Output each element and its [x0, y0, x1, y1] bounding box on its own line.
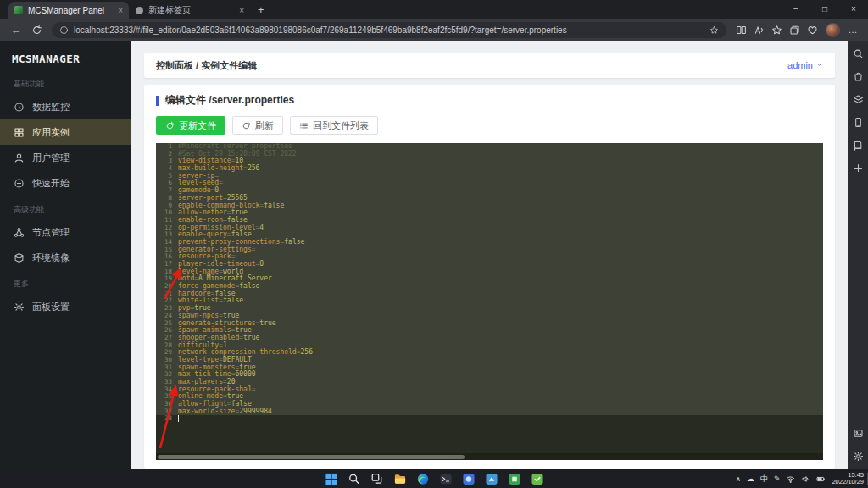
editor-line[interactable]: 2#Sat Oct 29 15:28:09 CST 2022	[156, 151, 823, 158]
editor-line[interactable]: 30level-type=DEFAULT	[156, 357, 823, 364]
sidebar-item[interactable]: 用户管理	[0, 145, 131, 170]
editor-line[interactable]: 5server-ip=	[156, 173, 823, 180]
tab-close-icon[interactable]: ×	[118, 6, 123, 15]
close-icon[interactable]: ×	[839, 0, 868, 19]
image-icon[interactable]	[853, 428, 864, 439]
read-aloud-icon[interactable]	[750, 20, 768, 39]
editor-line[interactable]: 38	[156, 415, 823, 423]
editor-line[interactable]: 21hardcore=false	[156, 291, 823, 298]
user-menu[interactable]: admin	[787, 60, 823, 70]
volume-icon[interactable]	[801, 474, 810, 484]
editor-line[interactable]: 4max-build-height=256	[156, 165, 823, 173]
editor-line[interactable]: 14prevent-proxy-connections=false	[156, 239, 823, 247]
tab-close-icon[interactable]: ×	[239, 6, 244, 15]
profile-avatar[interactable]	[826, 23, 840, 37]
editor-line[interactable]: 29network-compression-threshold=256	[156, 349, 823, 357]
book-icon[interactable]	[853, 140, 864, 151]
line-number: 5	[156, 173, 178, 180]
editor-line[interactable]: 15generator-settings=	[156, 247, 823, 254]
update-file-button[interactable]: 更新文件	[156, 116, 225, 135]
clock-icon	[14, 102, 25, 113]
split-screen-icon[interactable]	[732, 20, 750, 39]
plus-icon[interactable]	[853, 163, 864, 174]
info-icon	[59, 25, 69, 35]
browser-tab[interactable]: MCSManager Panel×	[8, 2, 129, 19]
search-icon[interactable]	[853, 48, 864, 59]
tray-chevron-icon[interactable]: ∧	[736, 475, 741, 483]
taskbar-app-lime-icon[interactable]	[531, 472, 544, 485]
editor-toolbar: 更新文件 刷新 回到文件列表	[156, 116, 823, 135]
editor-line[interactable]: 6level-seed=	[156, 180, 823, 187]
collections-icon[interactable]	[786, 20, 804, 39]
editor-line[interactable]: 32max-tick-time=60000	[156, 371, 823, 379]
taskbar-edge-icon[interactable]	[416, 472, 430, 485]
reload-button[interactable]	[27, 20, 46, 39]
edge-sidebar-bottom	[853, 428, 864, 462]
back-button[interactable]: ←	[7, 20, 25, 39]
site-info-icon[interactable]	[59, 25, 69, 35]
taskbar-app-blue-icon[interactable]	[462, 472, 476, 485]
editor-line[interactable]: 17player-idle-timeout=0	[156, 261, 823, 269]
bookmark-star-icon[interactable]	[709, 25, 719, 35]
maximize-icon[interactable]: □	[810, 0, 839, 19]
sidebar-item[interactable]: 数据监控	[0, 94, 131, 119]
shopping-icon[interactable]	[853, 71, 864, 82]
tab-title: MCSManager Panel	[28, 6, 113, 15]
browser-tab[interactable]: 新建标签页×	[130, 2, 250, 19]
editor-line[interactable]: 7gamemode=0	[156, 187, 823, 195]
taskbar-start-icon[interactable]	[325, 472, 338, 485]
scrollbar-thumb[interactable]	[158, 455, 465, 459]
favorites-icon[interactable]	[768, 20, 786, 39]
ime-indicator[interactable]: 中	[760, 474, 768, 485]
heart-icon[interactable]	[804, 20, 821, 39]
horizontal-scrollbar[interactable]	[156, 453, 823, 460]
minimize-icon[interactable]: −	[782, 0, 810, 19]
layers-icon[interactable]	[853, 94, 864, 105]
taskbar-terminal-icon[interactable]	[439, 472, 453, 485]
line-number: 6	[156, 180, 178, 187]
refresh-button[interactable]: 刷新	[232, 116, 283, 135]
gear-icon[interactable]	[853, 451, 864, 462]
taskbar-search-icon[interactable]	[348, 472, 361, 485]
new-tab-button[interactable]: +	[258, 3, 264, 16]
editor-line[interactable]: 10allow-nether=true	[156, 209, 823, 217]
address-bar[interactable]: localhost:23333/#/file_editor/0ae2d503a6…	[52, 22, 726, 38]
editor-line[interactable]: 25generate-structures=true	[156, 320, 823, 328]
editor-line[interactable]: 34resource-pack-sha1=	[156, 386, 823, 394]
edge-sidebar	[848, 41, 868, 469]
editor-line[interactable]: 23pvp=true	[156, 305, 823, 313]
browser-tab-strip: MCSManager Panel×新建标签页× + − □ ×	[0, 0, 868, 19]
sidebar-item[interactable]: 应用实例	[0, 119, 131, 145]
line-content	[178, 415, 179, 423]
back-to-file-list-button[interactable]: 回到文件列表	[290, 116, 378, 135]
plus-icon	[853, 163, 864, 174]
phone-icon[interactable]	[853, 117, 864, 128]
editor-line[interactable]: 31spawn-monsters=true	[156, 364, 823, 372]
sidebar-item-label: 快速开始	[32, 177, 70, 190]
editor-line[interactable]: 20force-gamemode=false	[156, 283, 823, 291]
editor-line[interactable]: 9enable-command-block=false	[156, 202, 823, 210]
taskbar-app-green-icon[interactable]	[508, 472, 521, 485]
editor-line[interactable]: 12op-permission-level=4	[156, 225, 823, 232]
taskbar-app-steel-icon[interactable]	[485, 472, 498, 485]
sidebar-item[interactable]: 快速开始	[0, 170, 131, 196]
sidebar-item[interactable]: 环境镜像	[0, 245, 131, 270]
gear-icon	[853, 451, 864, 462]
editor-line[interactable]: 27snooper-enabled=true	[156, 335, 823, 342]
cloud-icon[interactable]: ☁	[747, 474, 754, 483]
sidebar-item[interactable]: 面板设置	[0, 294, 131, 319]
taskbar-file-explorer-icon[interactable]	[393, 472, 407, 485]
battery-icon[interactable]	[816, 474, 826, 484]
code-editor[interactable]: 1#Minecraft server properties2#Sat Oct 2…	[156, 143, 823, 460]
wifi-icon[interactable]	[786, 474, 795, 484]
sidebar-section-label: 高级功能	[0, 196, 131, 219]
editor-line[interactable]: 33max-players=20	[156, 379, 823, 386]
editor-line[interactable]: 37max-world-size=29999984	[156, 408, 823, 416]
browser-menu-icon[interactable]: …	[844, 25, 861, 35]
taskbar-clock[interactable]: 15:45 2022/10/29	[832, 472, 864, 486]
pen-icon[interactable]: ✎	[774, 474, 781, 483]
editor-line[interactable]: 35online-mode=true	[156, 393, 823, 401]
sidebar-item[interactable]: 节点管理	[0, 219, 131, 245]
editor-line[interactable]: 22white-list=false	[156, 297, 823, 305]
taskbar-task-view-icon[interactable]	[370, 472, 384, 485]
